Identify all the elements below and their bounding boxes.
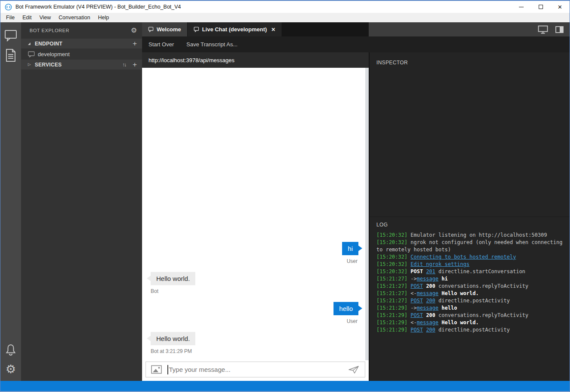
menu-item-edit[interactable]: Edit (18, 15, 36, 21)
log-entry: [15:20:32] Connecting to bots hosted rem… (376, 253, 566, 261)
bot-message-bubble[interactable]: Hello world. (151, 272, 195, 285)
log-link[interactable]: message (417, 290, 439, 296)
inspector-panel: INSPECTOR LOG [15:20:32] Emulator listen… (369, 52, 570, 381)
toolbar-button-start-over[interactable]: Start Over (149, 41, 174, 48)
log-segment: directline.postActivity (435, 327, 509, 333)
menu-item-help[interactable]: Help (94, 15, 113, 21)
log-segment: [15:21:27] (376, 290, 407, 296)
message-sender-label: Bot at 3:21:29 PM (151, 348, 192, 354)
log-link[interactable]: POST (410, 327, 423, 333)
user-message-bubble[interactable]: hello (334, 302, 358, 315)
chat-message-group: helloUser (142, 302, 369, 324)
log-segment: [15:21:29] (376, 305, 407, 311)
endpoint-item-label: development (38, 51, 70, 57)
log-segment (439, 290, 442, 296)
log-segment: Emulator listening on http://localhost:5… (407, 232, 547, 238)
log-segment: <- (407, 290, 417, 296)
sidebar-section-services[interactable]: ▷ SERVICES ↑↓ + (21, 60, 142, 69)
transcript-file-icon[interactable] (5, 48, 16, 62)
menu-item-file[interactable]: File (2, 15, 18, 21)
bot-message-bubble[interactable]: Hello world. (151, 332, 195, 345)
tab-label: Live Chat (development) (202, 26, 267, 33)
log-segment: hi (442, 276, 448, 282)
attachment-image-icon[interactable] (151, 365, 162, 374)
add-endpoint-icon[interactable]: + (133, 40, 137, 47)
log-segment: directline.postActivity (435, 298, 509, 304)
text-caret (167, 365, 168, 374)
log-link[interactable]: Edit ngrok settings (410, 261, 469, 267)
log-link[interactable]: POST (410, 312, 423, 318)
log-segment: [15:20:32] (376, 268, 407, 274)
presentation-monitor-icon[interactable] (538, 25, 548, 34)
section-label: ENDPOINT (35, 41, 62, 47)
log-link[interactable]: POST (410, 283, 423, 289)
bot-explorer-panel: BOT EXPLORER ⚙ ENDPOINT + development ▷ … (21, 22, 142, 381)
minimize-button[interactable] (512, 1, 531, 13)
inspector-section: INSPECTOR (370, 52, 570, 217)
close-icon: ✕ (558, 4, 562, 10)
log-link[interactable]: Connecting to bots hosted remotely (410, 254, 516, 260)
log-segment: [15:21:29] (376, 327, 407, 333)
close-button[interactable]: ✕ (550, 1, 570, 13)
document-tab-icon (194, 27, 199, 32)
chevron-collapsed-icon: ▷ (28, 63, 31, 66)
log-title: LOG (370, 222, 570, 228)
bubble-tail-icon (358, 305, 362, 311)
log-segment (439, 276, 442, 282)
log-segment: conversations.replyToActivity (435, 312, 528, 318)
bell-icon[interactable] (4, 344, 17, 357)
log-segment: Hello world. (442, 320, 479, 326)
maximize-button[interactable] (531, 1, 550, 13)
chat-scrollbar[interactable] (365, 68, 369, 360)
user-message-bubble[interactable]: hi (342, 242, 358, 255)
log-link[interactable]: message (417, 320, 439, 326)
split-layout-icon[interactable] (555, 26, 564, 33)
tab-welcome[interactable]: Welcome (142, 22, 187, 36)
toolbar-button-save-transcript-as[interactable]: Save Transcript As... (186, 41, 237, 48)
sidebar-item-development[interactable]: development (21, 49, 142, 59)
log-link[interactable]: 200 (426, 327, 436, 333)
log-link[interactable]: message (417, 305, 439, 311)
chat-feed: hiUserHello world.BothelloUserHello worl… (142, 68, 369, 360)
log-entry: [15:21:27] POST 200 conversations.replyT… (376, 283, 566, 290)
chat-message-group: Hello world.Bot (142, 272, 369, 294)
log-segment (439, 320, 442, 326)
sort-icon[interactable]: ↑↓ (122, 62, 126, 68)
message-input-placeholder[interactable]: Type your message... (169, 366, 230, 373)
log-segment (423, 268, 426, 274)
log-link[interactable]: 201 (426, 268, 436, 274)
gear-icon[interactable]: ⚙ (131, 27, 137, 34)
log-entry: [15:20:32] POST 201 directline.startConv… (376, 268, 566, 275)
log-segment (423, 298, 426, 304)
log-entry: [15:21:27] ->message hi (376, 275, 566, 283)
bubble-tail-icon (147, 275, 151, 281)
conversation-toolbar: Start OverSave Transcript As... (142, 36, 570, 52)
section-label: SERVICES (35, 62, 62, 68)
log-entry: [15:21:27] <-message Hello world. (376, 290, 566, 297)
log-link[interactable]: POST (410, 298, 423, 304)
log-segment: [15:21:29] (376, 312, 407, 318)
live-chat-panel: http://localhost:3978/api/messages hiUse… (142, 52, 369, 381)
chat-bubble-icon[interactable] (4, 29, 17, 42)
tab-live-chat[interactable]: Live Chat (development) ✕ (188, 22, 282, 36)
panel-title: BOT EXPLORER (30, 28, 70, 33)
gear-icon[interactable]: ⚙ (6, 363, 16, 375)
message-input-box[interactable]: Type your message... (146, 362, 365, 377)
log-link[interactable]: 200 (426, 298, 436, 304)
title-bar: Bot Framework Emulator (V4 PREVIEW) - Bo… (0, 1, 570, 13)
sidebar-section-endpoint[interactable]: ENDPOINT + (21, 39, 142, 48)
bot-explorer-header: BOT EXPLORER ⚙ (21, 22, 142, 39)
add-service-icon[interactable]: + (133, 61, 137, 68)
send-icon[interactable] (348, 365, 360, 374)
log-segment: POST (410, 268, 423, 274)
log-link[interactable]: message (417, 276, 439, 282)
chevron-expanded-icon (28, 42, 30, 45)
menu-item-conversation[interactable]: Conversation (55, 15, 94, 21)
log-segment: [15:21:27] (376, 283, 407, 289)
log-segment: -> (407, 305, 417, 311)
close-tab-icon[interactable]: ✕ (271, 27, 276, 33)
status-bar (0, 381, 570, 391)
log-segment (423, 327, 426, 333)
menu-item-view[interactable]: View (36, 15, 55, 21)
app-logo-icon (5, 3, 12, 11)
